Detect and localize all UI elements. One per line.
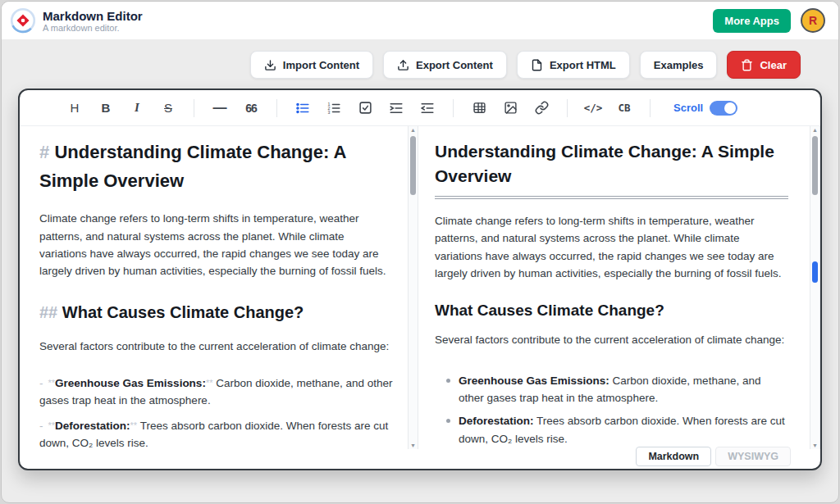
app-window: Markdown Editor A markdown editor. More …: [1, 1, 839, 503]
preview-heading-2: What Causes Climate Change?: [435, 302, 788, 320]
toolbar-divider: [453, 99, 454, 117]
scroll-up-arrow[interactable]: ▲: [409, 127, 418, 133]
export-content-button[interactable]: Export Content: [383, 51, 507, 79]
bullet-dot: [446, 419, 450, 423]
link-icon: [535, 101, 549, 115]
preview-paragraph: Several factors contribute to the curren…: [435, 331, 788, 348]
image-button[interactable]: [498, 96, 523, 120]
app-title: Markdown Editor: [43, 9, 143, 23]
strikethrough-button[interactable]: S: [156, 96, 180, 120]
preview-pane: Understanding Climate Change: A Simple O…: [418, 126, 810, 449]
editor-card: H B I S — 66 123: [18, 89, 822, 470]
blockquote-button[interactable]: 66: [239, 96, 263, 120]
scroll-sync-label: Scroll: [673, 102, 703, 114]
indent-icon: [389, 101, 404, 116]
bold-button[interactable]: B: [94, 96, 118, 120]
source-paragraph: Climate change refers to long-term shift…: [39, 210, 393, 279]
table-button[interactable]: [467, 96, 491, 120]
preview-list-item: Deforestation: Trees absorb carbon dioxi…: [435, 412, 788, 447]
trash-icon: [741, 59, 753, 71]
source-paragraph: Several factors contribute to the curren…: [39, 338, 393, 355]
code-block-button[interactable]: CB: [612, 96, 637, 120]
source-heading-1: # Understanding Climate Change: A Simple…: [39, 138, 393, 195]
editor-panes: # Understanding Climate Change: A Simple…: [20, 126, 820, 449]
preview-list-item: Greenhouse Gas Emissions: Carbon dioxide…: [435, 372, 788, 407]
toolbar-divider: [567, 99, 568, 117]
source-list-item: -**Greenhouse Gas Emissions:** Carbon di…: [39, 375, 393, 410]
horizontal-rule-button[interactable]: —: [208, 96, 232, 120]
outdent-button[interactable]: [415, 96, 440, 120]
clear-button[interactable]: Clear: [727, 51, 801, 79]
link-button[interactable]: [529, 96, 554, 120]
download-icon: [264, 59, 276, 71]
format-toolbar: H B I S — 66 123: [20, 90, 820, 126]
app-logo-icon: [10, 7, 36, 34]
heading-button[interactable]: H: [62, 96, 87, 120]
toolbar-divider: [194, 99, 194, 117]
scroll-up-arrow[interactable]: ▲: [810, 127, 819, 133]
ordered-list-icon: 123: [326, 101, 341, 116]
examples-button[interactable]: Examples: [640, 51, 718, 79]
actions-toolbar: Import Content Export Content Export HTM…: [250, 51, 801, 79]
source-heading-2: ## What Causes Climate Change?: [39, 300, 393, 325]
bullet-dot: [446, 379, 450, 383]
bullet-list-button[interactable]: [290, 96, 315, 120]
preview-list: Greenhouse Gas Emissions: Carbon dioxide…: [435, 372, 788, 449]
more-apps-button[interactable]: More Apps: [713, 9, 791, 33]
scroll-sync-marker: [812, 261, 818, 283]
toolbar-divider: [276, 99, 277, 117]
app-subtitle: A markdown editor.: [43, 23, 143, 33]
image-icon: [504, 101, 518, 115]
preview-heading-1: Understanding Climate Change: A Simple O…: [435, 139, 788, 199]
ordered-list-button[interactable]: 123: [322, 96, 346, 120]
import-content-button[interactable]: Import Content: [250, 51, 373, 79]
source-list-item: -**Deforestation:** Trees absorb carbon …: [39, 417, 393, 449]
scroll-down-arrow[interactable]: ▼: [409, 443, 418, 448]
bullet-list-icon: [295, 101, 310, 116]
app-header: Markdown Editor A markdown editor. More …: [2, 2, 838, 39]
brand: Markdown Editor A markdown editor.: [10, 7, 143, 34]
scroll-sync-toggle[interactable]: [710, 101, 737, 116]
toggle-knob: [724, 102, 736, 114]
upload-icon: [397, 59, 409, 71]
italic-button[interactable]: I: [125, 96, 149, 120]
task-list-button[interactable]: [353, 96, 377, 120]
file-icon: [531, 59, 543, 71]
scrollbar-thumb[interactable]: [410, 136, 416, 195]
outdent-icon: [420, 101, 435, 116]
markdown-source-pane[interactable]: # Understanding Climate Change: A Simple…: [20, 126, 408, 449]
scroll-sync-group: Scroll: [673, 101, 737, 116]
svg-text:3: 3: [328, 109, 331, 114]
avatar[interactable]: R: [801, 8, 825, 33]
tab-markdown[interactable]: Markdown: [636, 447, 711, 466]
tab-wysiwyg[interactable]: WYSIWYG: [715, 447, 791, 466]
export-html-button[interactable]: Export HTML: [517, 51, 630, 79]
preview-paragraph: Climate change refers to long-term shift…: [435, 212, 788, 282]
source-scrollbar[interactable]: ▲ ▼: [408, 126, 418, 449]
toolbar-divider: [650, 99, 651, 117]
scrollbar-thumb[interactable]: [812, 136, 818, 195]
preview-scrollbar[interactable]: ▲ ▼: [810, 126, 820, 449]
indent-button[interactable]: [384, 96, 409, 120]
mode-tabs: Markdown WYSIWYG: [636, 447, 791, 466]
scroll-down-arrow[interactable]: ▼: [810, 443, 819, 448]
inline-code-button[interactable]: </>: [581, 96, 605, 120]
table-icon: [472, 101, 486, 115]
checkbox-icon: [358, 101, 372, 115]
